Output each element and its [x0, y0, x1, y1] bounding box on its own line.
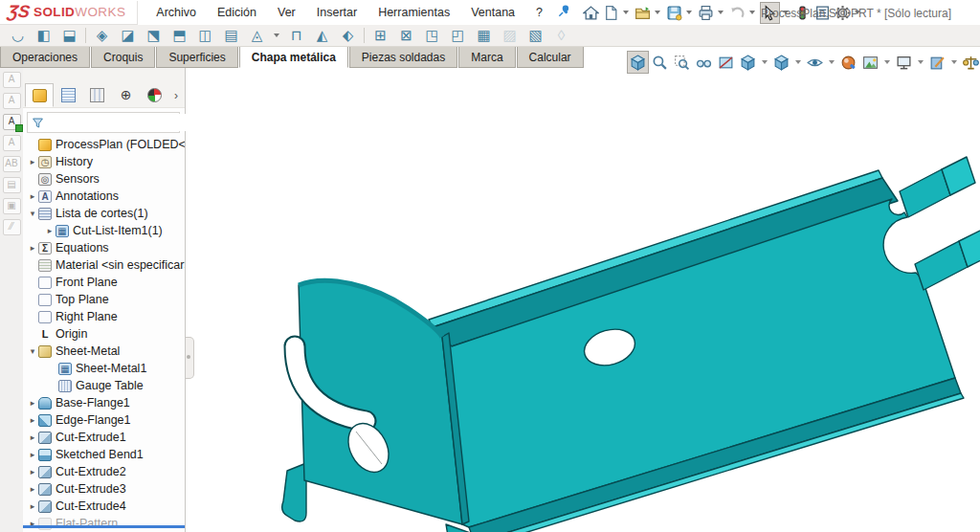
expand-arrow-icon[interactable] — [27, 432, 38, 442]
new-document-icon[interactable] — [602, 4, 620, 22]
expand-arrow-icon[interactable] — [27, 398, 38, 408]
tab-operaciones[interactable]: Operaciones — [0, 46, 90, 68]
tree-item-edge-flange1[interactable]: Edge-Flange1 — [23, 411, 185, 429]
collapse-arrow-icon[interactable] — [27, 209, 38, 218]
tree-item-lista-de-cortes[interactable]: Lista de cortes(1) — [23, 205, 185, 222]
closed-corner-icon[interactable]: ⊞ — [368, 26, 393, 45]
tree-item-sketched-bend1[interactable]: Sketched Bend1 — [23, 446, 185, 463]
pin-menu-icon[interactable] — [557, 4, 571, 22]
plane-icon — [38, 294, 52, 306]
featuremanager-tab-icon[interactable] — [25, 83, 54, 107]
solidworks-logo-mark: ƷS — [7, 2, 32, 22]
menu-ventana[interactable]: Ventana — [460, 1, 525, 24]
filter-input[interactable] — [48, 114, 188, 131]
expand-arrow-icon[interactable] — [44, 226, 56, 235]
rollback-bar[interactable] — [23, 525, 185, 528]
tab-calcular[interactable]: Calcular — [517, 46, 584, 68]
lofted-bend-icon[interactable]: ⬓ — [56, 26, 82, 45]
tree-item-sheet-metal-folder[interactable]: Sheet-Metal — [23, 343, 185, 360]
forming-tool-icon[interactable]: ⊓ — [283, 26, 309, 45]
hem-icon[interactable]: ⬔ — [141, 26, 167, 45]
expand-arrow-icon[interactable] — [27, 450, 38, 459]
swept-flange-icon[interactable]: ◭ — [309, 26, 335, 45]
expand-arrow-icon[interactable] — [27, 415, 38, 425]
convert-sheet-metal-icon[interactable]: ◧ — [31, 26, 56, 45]
print-dropdown[interactable] — [718, 11, 724, 14]
sketched-bend-icon[interactable]: ◫ — [192, 26, 218, 45]
expand-arrow-icon[interactable] — [27, 191, 38, 201]
tab-croquis[interactable]: Croquis — [91, 46, 155, 68]
tree-item-cut-extrude2[interactable]: Cut-Extrude2 — [23, 463, 185, 480]
note-insert-icon[interactable]: A — [3, 114, 21, 130]
tree-item-right-plane[interactable]: Right Plane — [23, 308, 185, 325]
tab-superficies[interactable]: Superficies — [156, 46, 237, 68]
tree-item-equations[interactable]: ΣEquations — [23, 239, 185, 256]
tree-item-sensors[interactable]: ◎Sensors — [23, 170, 185, 188]
tree-item-processplan[interactable]: ProcessPlan (FOLDED<<Defa — [23, 136, 185, 153]
miter-flange-icon[interactable]: ◪ — [115, 26, 141, 45]
tree-item-gauge-table[interactable]: Gauge Table — [23, 377, 185, 394]
print-icon[interactable] — [697, 4, 715, 22]
configurationmanager-tab-icon[interactable] — [82, 83, 111, 107]
break-corner-icon[interactable]: ◰ — [445, 26, 471, 45]
jog-icon[interactable]: ⬒ — [167, 26, 192, 45]
new-document-dropdown[interactable] — [623, 11, 629, 14]
base-flange-icon[interactable]: ◡ — [5, 26, 31, 45]
panel-expand-chevron[interactable]: › — [169, 83, 183, 107]
tree-item-cut-list-item1[interactable]: ▦Cut-List-Item1(1) — [23, 222, 185, 239]
home-icon[interactable] — [582, 4, 600, 22]
corners-icon[interactable]: ◬ — [244, 26, 270, 45]
tree-item-annotations[interactable]: AAnnotations — [23, 188, 185, 205]
undo-dropdown[interactable] — [749, 11, 755, 14]
menu-archivo[interactable]: Archivo — [145, 1, 207, 24]
tree-item-cut-extrude1[interactable]: Cut-Extrude1 — [23, 429, 185, 446]
tab-chapa-metalica[interactable]: Chapa metálica — [239, 46, 348, 68]
tab-marca[interactable]: Marca — [458, 46, 515, 68]
tree-item-cut-extrude4[interactable]: Cut-Extrude4 — [23, 498, 185, 515]
tree-item-top-plane[interactable]: Top Plane — [23, 291, 185, 308]
tree-item-history[interactable]: ◷History — [23, 153, 185, 170]
open-icon[interactable] — [634, 4, 652, 22]
welded-corner-icon[interactable]: ⊠ — [393, 26, 419, 45]
expand-arrow-icon[interactable] — [27, 501, 38, 511]
featuremanager-panel: ⊕ › ProcessPlan (FOLDED<<Defa ◷History ◎… — [23, 68, 186, 532]
displaymanager-tab-icon[interactable] — [141, 83, 169, 107]
panel-splitter-handle[interactable] — [185, 337, 194, 379]
filter-funnel-icon — [32, 117, 44, 129]
corner-relief-icon[interactable]: ◳ — [419, 26, 445, 45]
plane-icon — [38, 277, 52, 289]
collapse-arrow-icon[interactable] — [27, 346, 38, 356]
open-dropdown[interactable] — [655, 11, 660, 14]
expand-arrow-icon[interactable] — [27, 157, 38, 166]
menu-ver[interactable]: Ver — [267, 1, 306, 24]
note-edit-icon: A — [3, 93, 21, 109]
tree-item-material[interactable]: Material <sin especificar> — [23, 256, 185, 274]
menu-help[interactable]: ? — [525, 1, 553, 24]
propertymanager-tab-icon[interactable] — [54, 83, 82, 107]
corners-dropdown[interactable] — [274, 33, 279, 37]
flatten-icon[interactable]: ▧ — [523, 26, 548, 45]
annotations-icon: A — [38, 190, 52, 203]
expand-arrow-icon[interactable] — [27, 243, 38, 253]
tree-item-sheet-metal1[interactable]: ▦Sheet-Metal1 — [23, 360, 185, 377]
menu-edicion[interactable]: Edición — [207, 1, 267, 24]
sheet-metal-part-model[interactable] — [195, 92, 980, 532]
dimxpert-tab-icon[interactable]: ⊕ — [112, 83, 141, 107]
tree-item-origin[interactable]: LOrigin — [23, 325, 185, 343]
edge-flange-icon[interactable]: ◈ — [89, 26, 115, 45]
tree-item-flat-pattern[interactable]: Flat-Pattern — [23, 515, 185, 532]
menu-herramientas[interactable]: Herramientas — [368, 1, 460, 24]
expand-arrow-icon[interactable] — [27, 484, 38, 494]
tree-item-front-plane[interactable]: Front Plane — [23, 274, 185, 291]
save-dropdown[interactable] — [686, 11, 692, 14]
expand-arrow-icon[interactable] — [27, 467, 38, 477]
cross-break-icon[interactable]: ▤ — [218, 26, 244, 45]
menu-insertar[interactable]: Insertar — [306, 1, 368, 24]
vent-icon[interactable]: ⬖ — [335, 26, 361, 45]
save-icon[interactable] — [665, 4, 683, 22]
tree-item-cut-extrude3[interactable]: Cut-Extrude3 — [23, 480, 185, 498]
tree-item-base-flange1[interactable]: Base-Flange1 — [23, 394, 185, 411]
tab-piezas-soldadas[interactable]: Piezas soldadas — [349, 46, 457, 68]
unfold-icon[interactable]: ▦ — [471, 26, 497, 45]
origin-icon: L — [38, 328, 52, 341]
